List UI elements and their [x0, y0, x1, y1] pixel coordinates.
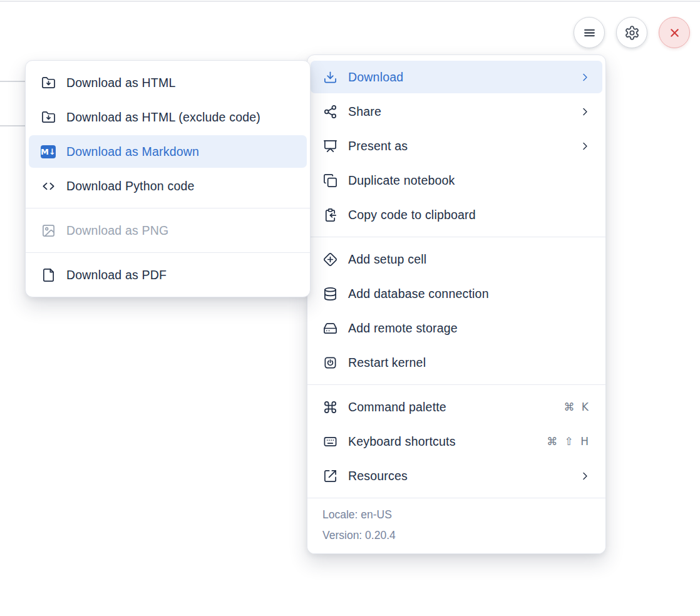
close-icon: [667, 25, 682, 41]
menu-item-label: Copy code to clipboard: [348, 208, 590, 222]
menu-item-share[interactable]: Share: [311, 95, 602, 128]
menu-item-label: Download as PDF: [66, 268, 295, 282]
settings-button[interactable]: [616, 17, 647, 48]
command-icon: [322, 399, 337, 414]
keyboard-icon: [322, 434, 337, 449]
menu-item-label: Add remote storage: [348, 321, 590, 336]
menu-item-label: Download as HTML: [66, 76, 295, 90]
clipboard-copy-icon: [322, 207, 337, 222]
menu-button[interactable]: [574, 17, 605, 48]
image-icon: [41, 223, 56, 238]
background-cell-edge: [0, 81, 26, 82]
menu-item-download-as-html[interactable]: Download as HTML: [29, 66, 307, 99]
notebook-toolbar: [574, 17, 690, 48]
menu-item-label: Restart kernel: [348, 356, 590, 370]
hamburger-icon: [582, 25, 597, 41]
menu-item-label: Download as PNG: [66, 223, 295, 238]
chevron-right-icon: [580, 72, 590, 83]
folder-down-icon: [41, 110, 56, 125]
version-text: Version: 0.20.4: [322, 525, 590, 546]
menu-item-label: Add database connection: [348, 287, 590, 301]
locale-text: Locale: en-US: [322, 505, 590, 525]
menu-item-copy-code-to-clipboard[interactable]: Copy code to clipboard: [311, 198, 602, 231]
gear-icon: [624, 25, 640, 41]
menu-item-label: Keyboard shortcuts: [348, 434, 547, 449]
share-icon: [322, 104, 337, 119]
page-top-border: [0, 1, 700, 2]
menu-item-download-as-html-exclude-code[interactable]: Download as HTML (exclude code): [29, 101, 307, 133]
menu-item-add-remote-storage[interactable]: Add remote storage: [311, 312, 602, 344]
menu-item-add-setup-cell[interactable]: Add setup cell: [311, 243, 602, 275]
menu-item-add-database-connection[interactable]: Add database connection: [311, 277, 602, 310]
power-square-icon: [322, 355, 337, 370]
menu-item-resources[interactable]: Resources: [311, 459, 602, 492]
notebook-menu: DownloadSharePresent asDuplicate noteboo…: [307, 54, 606, 554]
diamond-plus-icon: [322, 252, 337, 267]
close-button[interactable]: [659, 17, 690, 48]
copy-icon: [322, 173, 337, 188]
menu-item-label: Download as HTML (exclude code): [66, 110, 295, 125]
menu-item-label: Add setup cell: [348, 252, 590, 267]
chevron-right-icon: [580, 106, 590, 117]
folder-down-icon: [41, 75, 56, 90]
code-icon: [41, 178, 56, 193]
menu-item-command-palette[interactable]: Command palette⌘ K: [311, 391, 602, 423]
menu-group: Download as HTMLDownload as HTML (exclud…: [26, 61, 310, 208]
download-submenu: Download as HTMLDownload as HTML (exclud…: [25, 60, 311, 297]
menu-group: Command palette⌘ KKeyboard shortcuts⌘ ⇧ …: [307, 385, 605, 498]
menu-item-download-python-code[interactable]: Download Python code: [29, 170, 307, 202]
menu-item-download-as-pdf[interactable]: Download as PDF: [29, 259, 307, 291]
menu-footer: Locale: en-US Version: 0.20.4: [307, 498, 605, 553]
shortcut-hint: ⌘ ⇧ H: [547, 435, 590, 448]
markdown-badge: M↓: [41, 145, 56, 158]
chevron-right-icon: [580, 141, 590, 151]
database-icon: [322, 286, 337, 301]
menu-item-label: Duplicate notebook: [348, 173, 590, 188]
menu-item-keyboard-shortcuts[interactable]: Keyboard shortcuts⌘ ⇧ H: [311, 425, 602, 458]
menu-item-label: Download as Markdown: [66, 145, 295, 159]
shortcut-hint: ⌘ K: [564, 401, 590, 413]
background-cell-edge: [0, 125, 26, 126]
external-link-icon: [322, 468, 337, 483]
menu-group: DownloadSharePresent asDuplicate noteboo…: [307, 55, 605, 237]
menu-item-label: Download Python code: [66, 179, 295, 193]
menu-item-present-as[interactable]: Present as: [311, 130, 602, 162]
menu-item-label: Resources: [348, 469, 580, 483]
menu-item-download-as-png: Download as PNG: [29, 214, 307, 247]
menu-item-download-as-markdown[interactable]: M↓Download as Markdown: [29, 135, 307, 168]
presentation-icon: [322, 138, 337, 153]
menu-item-restart-kernel[interactable]: Restart kernel: [311, 346, 602, 379]
menu-item-download[interactable]: Download: [311, 61, 602, 93]
chevron-right-icon: [580, 471, 590, 481]
hard-drive-icon: [322, 321, 337, 336]
download-icon: [322, 69, 337, 85]
menu-item-label: Present as: [348, 139, 580, 153]
menu-item-label: Download: [348, 70, 580, 85]
menu-group: Download as PDF: [26, 253, 310, 297]
file-icon: [41, 267, 56, 282]
menu-item-label: Command palette: [348, 400, 564, 414]
markdown-icon: M↓: [41, 144, 56, 159]
menu-group: Add setup cellAdd database connectionAdd…: [307, 237, 605, 384]
menu-item-label: Share: [348, 105, 580, 119]
menu-group: Download as PNG: [26, 208, 310, 252]
menu-item-duplicate-notebook[interactable]: Duplicate notebook: [311, 164, 602, 197]
